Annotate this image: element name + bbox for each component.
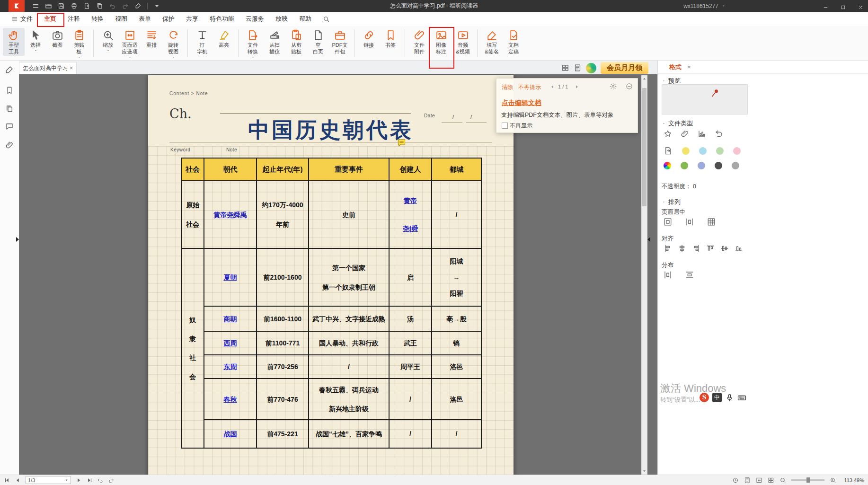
dont-show-checkbox[interactable] bbox=[502, 123, 508, 129]
menu-item-form[interactable]: 表单 bbox=[133, 12, 157, 26]
save-icon[interactable] bbox=[58, 2, 65, 9]
menu-item-present[interactable]: 放映 bbox=[270, 12, 293, 26]
pin-icon[interactable] bbox=[710, 88, 720, 98]
zoom-slider-thumb[interactable] bbox=[806, 477, 810, 483]
dist-h-icon[interactable] bbox=[664, 271, 672, 279]
grid-pos-icon[interactable] bbox=[707, 218, 716, 226]
tool-clipboard[interactable]: 剪贴 板 bbox=[68, 28, 90, 59]
mic-icon[interactable] bbox=[725, 393, 734, 402]
dynasty-link[interactable]: 黄帝尧舜禹 bbox=[214, 211, 247, 219]
tool-reflow[interactable]: 重排 bbox=[141, 28, 162, 49]
color-swatch[interactable] bbox=[716, 147, 724, 155]
reverse-view-button[interactable] bbox=[732, 477, 739, 484]
tool-rotate-view[interactable]: 旋转 视图 bbox=[162, 28, 184, 59]
zoom-in-icon[interactable] bbox=[830, 477, 836, 484]
sidebar-pages-icon[interactable] bbox=[5, 105, 14, 113]
tool-pdf-portfolio[interactable]: PDF文 件包 bbox=[329, 28, 351, 56]
dynasty-link[interactable]: 战国 bbox=[224, 430, 237, 438]
align-top-icon[interactable] bbox=[706, 244, 715, 253]
sidebar-attachments-icon[interactable] bbox=[5, 141, 14, 150]
tool-fit-options[interactable]: 页面适 应选项 bbox=[119, 28, 141, 59]
tool-from-clipboard[interactable]: 从剪 贴板 bbox=[285, 28, 307, 56]
search-icon[interactable] bbox=[323, 16, 330, 23]
menu-item-home[interactable]: 主页 bbox=[38, 12, 62, 26]
back-icon[interactable] bbox=[715, 130, 723, 138]
align-bottom-icon[interactable] bbox=[735, 244, 743, 253]
menu-item-convert[interactable]: 转换 bbox=[86, 12, 109, 26]
tool-bookmark[interactable]: 书签 bbox=[380, 28, 401, 49]
edit-document-link[interactable]: 点击编辑文档 bbox=[502, 99, 541, 107]
left-panel-expand-handle[interactable] bbox=[16, 237, 19, 242]
tool-highlight[interactable]: 高亮 bbox=[213, 28, 235, 49]
popup-settings-icon[interactable] bbox=[610, 83, 617, 90]
menu-item-file[interactable]: 文件 bbox=[6, 12, 38, 26]
dynasty-link[interactable]: 商朝 bbox=[224, 315, 237, 323]
tool-convert-file[interactable]: 文件 转换 bbox=[242, 28, 264, 59]
export-doc-icon[interactable] bbox=[83, 2, 90, 9]
dist-h-icon[interactable] bbox=[685, 218, 694, 226]
facing-pages-button[interactable] bbox=[768, 477, 774, 484]
fit-width-button[interactable] bbox=[756, 477, 762, 484]
copy-doc-icon[interactable] bbox=[96, 2, 103, 9]
document-tab[interactable]: 怎么面对高中学习... × bbox=[19, 62, 77, 74]
edit-tool-icon[interactable] bbox=[134, 2, 142, 9]
redo-icon[interactable] bbox=[122, 2, 129, 9]
popup-clear-link[interactable]: 清除 bbox=[502, 83, 513, 91]
scroll-up-icon[interactable] bbox=[642, 76, 647, 81]
reading-view-icon[interactable] bbox=[574, 64, 582, 72]
tool-file-attach[interactable]: 文件 附件 bbox=[408, 28, 430, 56]
minimize-icon[interactable] bbox=[823, 3, 828, 9]
color-swatch[interactable] bbox=[699, 147, 707, 155]
tool-typewriter[interactable]: 打 字机 bbox=[191, 28, 213, 56]
open-platform-icon[interactable] bbox=[586, 63, 596, 73]
dist-v-icon[interactable] bbox=[685, 271, 694, 279]
open-folder-icon[interactable] bbox=[45, 2, 52, 9]
menu-item-view[interactable]: 视图 bbox=[109, 12, 133, 26]
opacity-value[interactable]: 0 bbox=[693, 183, 696, 190]
menu-item-comment[interactable]: 注释 bbox=[62, 12, 86, 26]
scrollbar-thumb[interactable] bbox=[642, 88, 647, 206]
founder-link[interactable]: 黄帝 bbox=[390, 196, 430, 205]
color-swatch[interactable] bbox=[733, 147, 741, 155]
thumbnail-view-icon[interactable] bbox=[561, 64, 569, 72]
maximize-icon[interactable] bbox=[841, 3, 846, 9]
color-swatch[interactable] bbox=[732, 162, 739, 169]
sidebar-quick-edit-icon[interactable] bbox=[5, 65, 14, 74]
close-icon[interactable] bbox=[858, 3, 863, 9]
tool-finalize[interactable]: 文档 定稿 bbox=[503, 28, 524, 56]
menu-item-protect[interactable]: 保护 bbox=[157, 12, 180, 26]
zoom-value[interactable]: 113.49% bbox=[841, 477, 864, 483]
sidebar-comments-icon[interactable] bbox=[5, 122, 14, 131]
tool-zoom[interactable]: 缩放 bbox=[97, 28, 119, 53]
member-badge-button[interactable]: 会员月月领 bbox=[601, 62, 648, 74]
dynasty-link[interactable]: 东周 bbox=[224, 363, 237, 370]
tab-format[interactable]: 格式 bbox=[669, 63, 682, 71]
fit-page-button[interactable] bbox=[744, 477, 751, 484]
star-icon[interactable] bbox=[664, 130, 672, 138]
zoom-out-icon[interactable] bbox=[779, 477, 786, 484]
tool-image-annot[interactable]: 图像 标注 bbox=[430, 28, 452, 56]
popup-dont-remind-link[interactable]: 不再提示 bbox=[518, 83, 541, 91]
chart-icon[interactable] bbox=[698, 130, 706, 138]
prev-page-button[interactable] bbox=[15, 477, 21, 484]
align-middle-icon[interactable] bbox=[720, 244, 729, 253]
format-panel-close-button[interactable]: × bbox=[687, 63, 691, 71]
arrange-section-header[interactable]: 排列 bbox=[662, 198, 681, 206]
color-swatch[interactable] bbox=[698, 162, 705, 169]
account-id[interactable]: wx118615277 bbox=[683, 0, 726, 12]
zoom-slider[interactable] bbox=[791, 479, 824, 481]
tool-snapshot[interactable]: 截图 bbox=[46, 28, 68, 49]
caret-down-icon[interactable] bbox=[153, 2, 160, 9]
color-swatch[interactable] bbox=[664, 162, 671, 169]
dynasty-link[interactable]: 西周 bbox=[224, 339, 237, 347]
tool-fill-sign[interactable]: 填写 &签名 bbox=[481, 28, 503, 56]
right-panel-collapse-handle[interactable] bbox=[647, 237, 650, 242]
popup-next-icon[interactable] bbox=[574, 84, 579, 89]
align-left-icon[interactable] bbox=[664, 244, 672, 253]
tool-hand-tool[interactable]: 手型 工具 bbox=[3, 28, 25, 56]
page-number-input[interactable]: 1/3 bbox=[26, 476, 71, 484]
tool-audio-video[interactable]: 音频 &视频 bbox=[452, 28, 474, 56]
page-center-icon[interactable] bbox=[664, 218, 672, 226]
scroll-down-icon[interactable] bbox=[642, 468, 647, 474]
export-doc-icon[interactable] bbox=[664, 146, 673, 155]
